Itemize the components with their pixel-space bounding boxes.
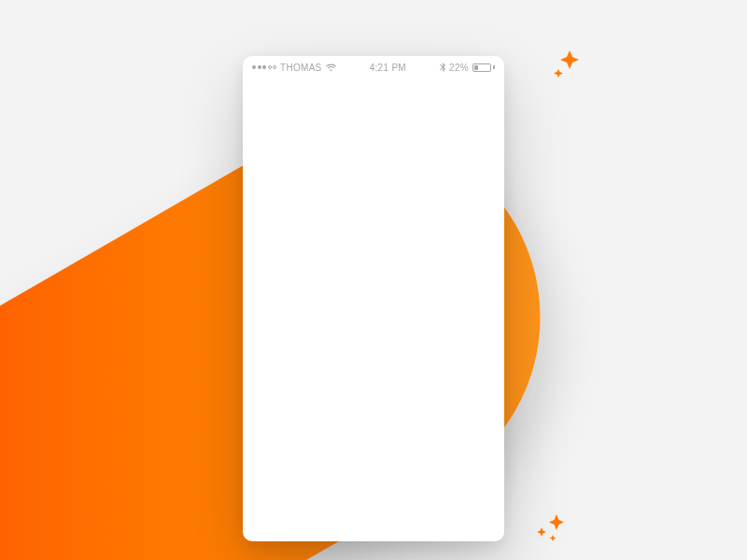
phone-mockup: THOMAS 4:21 PM 22% xyxy=(243,56,504,541)
battery-percent-label: 22% xyxy=(449,63,469,73)
sparkle-icon xyxy=(551,47,585,80)
sparkle-icon xyxy=(532,509,570,546)
status-bar-time: 4:21 PM xyxy=(370,63,406,73)
signal-strength-icon xyxy=(252,65,276,69)
wifi-icon xyxy=(326,63,336,72)
status-bar-left: THOMAS xyxy=(252,63,336,73)
battery-icon xyxy=(472,63,495,72)
carrier-label: THOMAS xyxy=(280,63,322,73)
status-bar-right: 22% xyxy=(440,63,495,73)
status-bar: THOMAS 4:21 PM 22% xyxy=(243,56,504,78)
bluetooth-icon xyxy=(440,63,445,72)
